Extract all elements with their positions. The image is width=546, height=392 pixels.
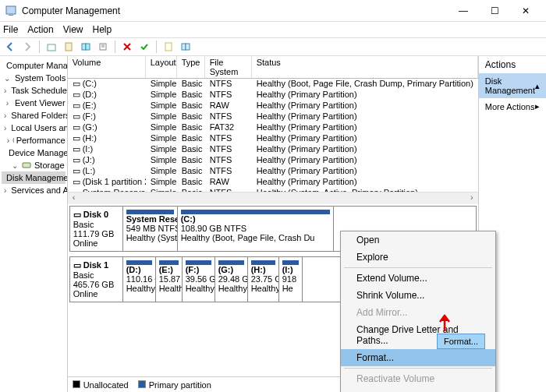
- partition[interactable]: (G:)29.48 GHealthy: [215, 257, 248, 302]
- menu-view[interactable]: View: [63, 24, 83, 35]
- menu-file[interactable]: File: [3, 24, 18, 35]
- volume-row[interactable]: ▭ (H:)SimpleBasicNTFSHealthy (Primary Pa…: [68, 133, 478, 144]
- context-menu: Open Explore Extend Volume... Shrink Vol…: [340, 231, 496, 392]
- collapse-icon: ▴: [535, 81, 540, 91]
- partition[interactable]: (H:)23.75 GHealthy: [248, 257, 279, 302]
- menubar: File Action View Help: [0, 22, 546, 37]
- volume-row[interactable]: ▭ (F:)SimpleBasicNTFSHealthy (Primary Pa…: [68, 111, 478, 122]
- svg-rect-3: [66, 43, 72, 51]
- svg-rect-9: [186, 44, 190, 50]
- check-button[interactable]: [137, 40, 151, 54]
- actions-header: Actions: [479, 56, 546, 73]
- volume-row[interactable]: ▭ (E:)SimpleBasicRAWHealthy (Primary Par…: [68, 101, 478, 111]
- back-button[interactable]: [3, 40, 17, 54]
- partition[interactable]: (D:)110.16 GHealthy: [123, 257, 156, 302]
- new-button[interactable]: [161, 40, 176, 54]
- partition[interactable]: (F:)39.56 GHealthy: [183, 257, 215, 302]
- actions-more[interactable]: More Actions▸: [479, 98, 546, 115]
- export-button[interactable]: [96, 40, 110, 54]
- ctx-delete[interactable]: Delete Volume...: [341, 387, 495, 392]
- tooltip: Format...: [437, 334, 485, 349]
- ctx-extend[interactable]: Extend Volume...: [341, 270, 495, 287]
- ctx-open[interactable]: Open: [341, 231, 495, 249]
- volume-row[interactable]: ▭ (I:)SimpleBasicNTFSHealthy (Primary Pa…: [68, 144, 478, 155]
- legend-unallocated: Unallocated: [83, 380, 129, 390]
- tree-local-users[interactable]: ›Local Users and Groups: [2, 122, 66, 134]
- help-button[interactable]: [179, 40, 193, 54]
- ctx-format[interactable]: Format...: [341, 349, 495, 366]
- tree-shared-folders[interactable]: ›Shared Folders: [2, 109, 66, 122]
- volume-list[interactable]: ▭ (C:)SimpleBasicNTFSHealthy (Boot, Page…: [68, 79, 478, 192]
- chevron-right-icon: ▸: [535, 101, 540, 111]
- col-volume[interactable]: Volume: [68, 56, 146, 78]
- close-button[interactable]: ✕: [510, 2, 541, 20]
- legend-primary: Primary partition: [149, 380, 211, 390]
- svg-rect-2: [48, 44, 55, 51]
- volume-row[interactable]: ▭ (L:)SimpleBasicNTFSHealthy (Primary Pa…: [68, 166, 478, 177]
- ctx-add-mirror: Add Mirror...: [341, 304, 495, 321]
- up-button[interactable]: [44, 40, 58, 54]
- volume-row[interactable]: ▭ (C:)SimpleBasicNTFSHealthy (Boot, Page…: [68, 79, 478, 90]
- actions-disk-management[interactable]: Disk Management▴: [479, 73, 546, 98]
- app-icon: [5, 5, 17, 17]
- tree-services[interactable]: ›Services and Applications: [2, 184, 66, 196]
- window-title: Computer Management: [22, 5, 448, 16]
- properties-button[interactable]: [62, 40, 76, 54]
- svg-rect-4: [82, 44, 86, 50]
- maximize-button[interactable]: ☐: [479, 2, 510, 20]
- refresh-button[interactable]: [79, 40, 93, 54]
- svg-rect-1: [9, 15, 13, 16]
- volume-row[interactable]: ▭ (G:)SimpleBasicFAT32Healthy (Primary P…: [68, 122, 478, 133]
- delete-button[interactable]: [120, 40, 134, 54]
- scroll-left-icon[interactable]: ‹: [68, 192, 80, 204]
- tree-performance[interactable]: ›Performance: [2, 134, 66, 147]
- titlebar: Computer Management — ☐ ✕: [0, 0, 546, 22]
- col-status[interactable]: Status: [252, 56, 478, 78]
- col-layout[interactable]: Layout: [146, 56, 177, 78]
- svg-rect-19: [23, 163, 30, 168]
- col-filesystem[interactable]: File System: [205, 56, 252, 78]
- nav-tree[interactable]: Computer Management (Local ⌄System Tools…: [0, 56, 68, 392]
- svg-point-17: [13, 136, 14, 144]
- tree-disk-management[interactable]: Disk Management: [2, 171, 66, 184]
- col-type[interactable]: Type: [177, 56, 205, 78]
- tree-device-manager[interactable]: Device Manager: [2, 147, 66, 159]
- horizontal-scrollbar[interactable]: ‹ ›: [68, 192, 478, 204]
- svg-rect-5: [86, 44, 90, 50]
- tree-event-viewer[interactable]: ›Event Viewer: [2, 97, 66, 109]
- volume-row[interactable]: ▭ (D:)SimpleBasicNTFSHealthy (Primary Pa…: [68, 90, 478, 101]
- ctx-explore[interactable]: Explore: [341, 249, 495, 266]
- tree-task-scheduler[interactable]: ›Task Scheduler: [2, 84, 66, 97]
- partition[interactable]: (C:)108.90 GB NTFSHealthy (Boot, Page Fi…: [178, 207, 334, 251]
- partition[interactable]: (E:)15.87 (Health: [156, 257, 183, 302]
- tree-system-tools[interactable]: ⌄System Tools: [2, 72, 66, 84]
- partition[interactable]: System Reserve549 MB NTFSHealthy (System…: [123, 207, 178, 251]
- svg-rect-7: [165, 43, 172, 51]
- volume-list-header[interactable]: Volume Layout Type File System Status: [68, 56, 478, 79]
- forward-button[interactable]: [20, 40, 34, 54]
- svg-rect-0: [6, 6, 16, 14]
- annotation-arrow: [437, 314, 452, 331]
- toolbar: [0, 37, 546, 56]
- volume-row[interactable]: ▭ (J:)SimpleBasicNTFSHealthy (Primary Pa…: [68, 155, 478, 166]
- minimize-button[interactable]: —: [448, 2, 479, 20]
- menu-action[interactable]: Action: [27, 24, 53, 35]
- tree-storage[interactable]: ⌄Storage: [2, 159, 66, 171]
- scroll-right-icon[interactable]: ›: [466, 192, 478, 204]
- disk-header: ▭ Disk 0Basic111.79 GBOnline: [70, 207, 123, 251]
- svg-rect-8: [182, 44, 186, 50]
- ctx-shrink[interactable]: Shrink Volume...: [341, 287, 495, 304]
- menu-help[interactable]: Help: [93, 24, 112, 35]
- ctx-reactivate: Reactivate Volume: [341, 370, 495, 387]
- partition[interactable]: (I:)918He: [279, 257, 303, 302]
- tree-root[interactable]: Computer Management (Local: [2, 59, 66, 72]
- disk-header: ▭ Disk 1Basic465.76 GBOnline: [70, 257, 123, 302]
- volume-row[interactable]: ▭ (Disk 1 partition 2)SimpleBasicRAWHeal…: [68, 177, 478, 188]
